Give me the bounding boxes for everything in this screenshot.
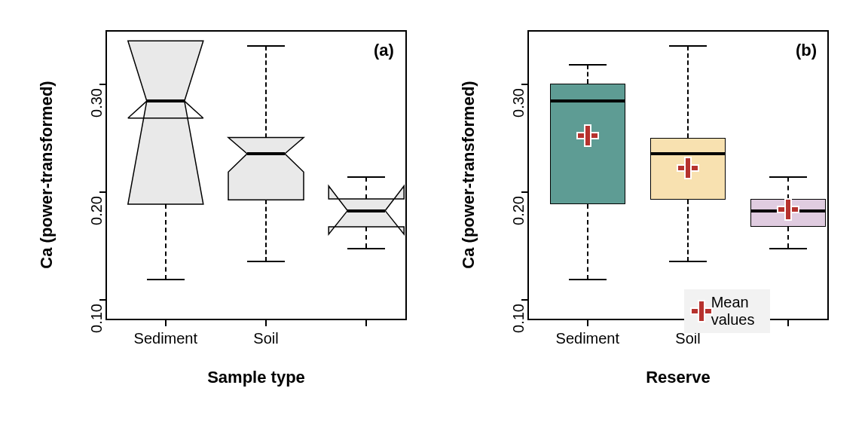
x-axis-title-b: Reserve <box>646 368 711 387</box>
svg-marker-4 <box>228 138 304 200</box>
boxplot-box-notched <box>0 0 1 1</box>
figure: 0.10 0.20 0.30 Sediment Soil Ca (power-t… <box>0 0 868 434</box>
xtick-mark <box>365 320 367 326</box>
whisker <box>687 46 689 137</box>
whisker-cap <box>569 279 607 280</box>
whisker-cap <box>347 176 385 178</box>
whisker <box>265 200 267 261</box>
whisker-cap <box>769 176 807 178</box>
legend: Mean values <box>684 289 770 333</box>
ytick-label: 0.20 <box>88 191 105 225</box>
whisker <box>165 204 167 280</box>
x-axis-title-a: Sample type <box>207 368 305 387</box>
ytick-label: 0.20 <box>510 191 527 225</box>
xtick-mark <box>165 320 167 326</box>
whisker-cap <box>569 64 607 66</box>
whisker-cap <box>669 45 707 47</box>
whisker <box>787 227 789 249</box>
median-line <box>347 209 385 212</box>
whisker-cap <box>769 248 807 249</box>
whisker <box>365 227 367 249</box>
whisker <box>787 177 789 199</box>
median-line <box>650 152 726 155</box>
mean-marker <box>686 158 690 178</box>
ytick-label: 0.30 <box>88 84 105 118</box>
whisker <box>587 204 588 280</box>
whisker-cap <box>347 248 385 249</box>
y-axis-title-a: Ca (power-transformed) <box>37 81 57 268</box>
whisker <box>365 177 367 199</box>
whisker <box>265 46 267 137</box>
plus-icon <box>699 301 704 321</box>
xtick-mark <box>787 320 789 326</box>
xtick-mark <box>587 320 588 326</box>
whisker <box>587 65 588 84</box>
panel-label-a: (a) <box>374 41 394 60</box>
mean-marker <box>786 200 790 219</box>
whisker-cap <box>247 261 285 262</box>
median-line <box>550 99 625 102</box>
xtick-label: Sediment <box>556 330 620 347</box>
median-line <box>147 99 185 102</box>
whisker-cap <box>147 279 185 280</box>
y-axis-title-b: Ca (power-transformed) <box>459 81 478 268</box>
mean-marker <box>585 126 590 145</box>
ytick-label: 0.10 <box>88 299 105 333</box>
xtick-label: Soil <box>253 330 278 347</box>
whisker-cap <box>669 261 707 262</box>
ytick-label: 0.10 <box>510 299 527 333</box>
legend-label: Mean values <box>711 294 763 329</box>
median-line <box>247 152 285 155</box>
xtick-mark <box>265 320 267 326</box>
xtick-label: Sediment <box>134 330 198 347</box>
whisker-cap <box>247 45 285 47</box>
whisker <box>687 200 689 261</box>
ytick-label: 0.30 <box>510 84 527 118</box>
panel-label-b: (b) <box>796 41 817 60</box>
